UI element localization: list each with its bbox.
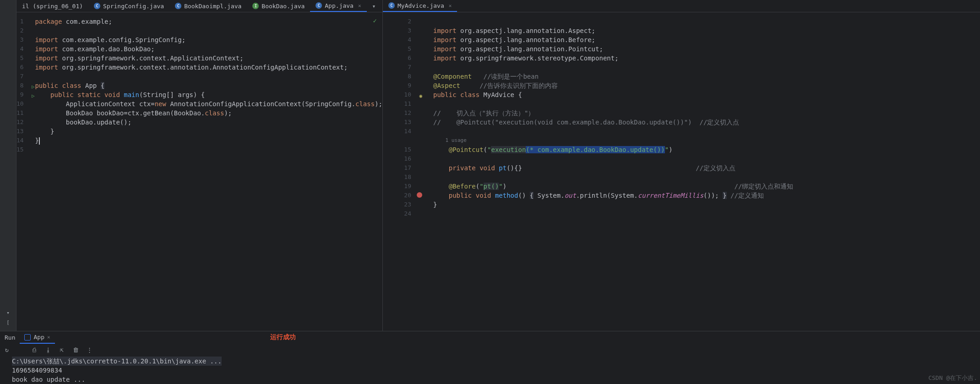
export-icon[interactable]: ⇱	[58, 346, 66, 353]
run-gutter-icon[interactable]: ▷	[32, 92, 35, 101]
line-number: 14	[383, 127, 415, 136]
console-output[interactable]: C:\Users\张喆\.jdks\corretto-11.0.20.1\bin…	[0, 356, 980, 384]
line-number: 4	[383, 35, 415, 44]
code-line[interactable]: @Pointcut("execution(* com.example.dao.B…	[433, 145, 980, 154]
run-toolbar: ↻ ⎙ ⭳ ⇱ 🗑 ⋮	[0, 344, 980, 356]
close-icon[interactable]: ✕	[358, 3, 361, 9]
code-line[interactable]	[433, 154, 980, 163]
line-number: 5	[16, 54, 27, 63]
close-icon[interactable]: ✕	[449, 3, 452, 9]
code-line[interactable]	[35, 72, 382, 81]
code-line[interactable]: import org.aspectj.lang.annotation.Aspec…	[433, 26, 980, 35]
line-number: 13	[16, 127, 27, 136]
code-line[interactable]: import org.springframework.stereotype.Co…	[433, 54, 980, 63]
tab-springconfig-java[interactable]: CSpringConfig.java	[88, 0, 169, 12]
code-line[interactable]: }	[35, 136, 382, 145]
code-line[interactable]: ApplicationContext ctx=new AnnotationCon…	[35, 99, 382, 108]
code-line[interactable]	[433, 209, 980, 218]
code-line[interactable]	[433, 99, 980, 108]
camera-icon[interactable]: ⎙	[30, 346, 38, 353]
app-icon	[24, 334, 31, 341]
tab-myadvice-java[interactable]: CMyAdvice.java✕	[383, 0, 457, 12]
more-icon[interactable]: ⋮	[85, 346, 93, 353]
code-line[interactable]: public class App {	[35, 81, 382, 90]
code-line[interactable]: BookDao bookDao=ctx.getBean(BookDao.clas…	[35, 108, 382, 118]
code-line[interactable]: import org.springframework.context.Appli…	[35, 54, 382, 63]
code-line[interactable]	[433, 63, 980, 72]
line-number: 5	[383, 44, 415, 54]
run-tabbar: Run App ✕ 运行成功	[0, 331, 980, 344]
trash-icon[interactable]: 🗑	[71, 346, 80, 353]
close-icon[interactable]: ✕	[47, 334, 50, 340]
code-line[interactable]: }	[433, 200, 980, 209]
error-gutter-icon[interactable]	[417, 192, 422, 198]
code-line[interactable]: private void pt(){} //定义切入点	[433, 163, 980, 173]
tab-app-java[interactable]: CApp.java✕	[310, 0, 366, 12]
line-number: 3	[383, 26, 415, 35]
line-number: 16	[383, 154, 415, 163]
line-number: 6	[16, 63, 27, 72]
left-gutter: 12345678▷9▷101112131415	[16, 12, 27, 331]
code-line[interactable]: // 切入点（"执行（方法）"）	[433, 108, 980, 118]
code-line[interactable]: @Aspect //告诉你去识别下面的内容	[433, 81, 980, 90]
tab-il-spring_06_01-[interactable]: il (spring_06_01)	[16, 0, 88, 12]
more-icon[interactable]: ⋮	[380, 3, 382, 10]
code-line[interactable]: @Before("pt()") //绑定切入点和通知	[433, 182, 980, 191]
code-line[interactable]: public void method() { System.out.printl…	[433, 191, 980, 200]
line-number: 2	[16, 26, 27, 35]
run-gutter-icon[interactable]: ▷	[32, 82, 35, 92]
code-line[interactable]: public class MyAdvice {	[433, 90, 980, 99]
right-code-area[interactable]: 2345678910◉111213141516171819202324 › im…	[383, 12, 980, 331]
line-number: 15	[383, 145, 415, 154]
run-annotation: 运行成功	[270, 333, 296, 341]
left-code-area[interactable]: ✓ 12345678▷9▷101112131415 package com.ex…	[16, 12, 382, 331]
code-line[interactable]: }	[35, 127, 382, 136]
run-panel-label[interactable]: Run	[0, 334, 20, 341]
left-tabbar: il (spring_06_01)CSpringConfig.javaCBook…	[16, 0, 382, 12]
tab-label: MyAdvice.java	[397, 2, 444, 9]
code-line[interactable]: // @Pointcut("execution(void com.example…	[433, 118, 980, 127]
right-code[interactable]: import org.aspectj.lang.annotation.Aspec…	[427, 12, 980, 331]
line-number: 15	[16, 145, 27, 154]
tab-bookdaoimpl-java[interactable]: CBookDaoimpl.java	[169, 0, 247, 12]
right-tabbar: CMyAdvice.java✕	[383, 0, 980, 12]
tab-label: SpringConfig.java	[103, 3, 164, 10]
code-line[interactable]: import org.aspectj.lang.annotation.Point…	[433, 44, 980, 54]
run-tab-app[interactable]: App ✕	[20, 331, 54, 344]
code-line[interactable]	[433, 127, 980, 136]
line-number: 13	[383, 118, 415, 127]
run-tab-label: App	[33, 334, 44, 341]
code-line[interactable]	[433, 173, 980, 182]
code-line[interactable]: import org.aspectj.lang.annotation.Befor…	[433, 35, 980, 44]
rerun-icon[interactable]: ↻	[3, 346, 11, 353]
line-number	[383, 136, 415, 145]
right-editor-pane: CMyAdvice.java✕ 2345678910◉1112131415161…	[383, 0, 980, 331]
line-number: 19	[383, 182, 415, 191]
watermark: CSDN @在下小吉.	[928, 374, 977, 382]
code-line[interactable]: import com.example.config.SpringConfig;	[35, 35, 382, 44]
class-icon: C	[316, 2, 322, 9]
code-line[interactable]: package com.example;	[35, 17, 382, 26]
code-line[interactable]	[35, 145, 382, 154]
code-line[interactable]: public static void main(String[] args) {	[35, 90, 382, 99]
code-line[interactable]: bookDao.update();	[35, 118, 382, 127]
line-number: 7	[16, 72, 27, 81]
chevron-down-icon[interactable]: ▾	[372, 3, 376, 10]
code-line[interactable]	[35, 26, 382, 35]
left-code[interactable]: package com.example;import com.example.c…	[28, 12, 382, 331]
line-number: 12	[16, 118, 27, 127]
download-icon[interactable]: ⭳	[44, 346, 52, 353]
line-number: 6	[383, 54, 415, 63]
tab-bookdao-java[interactable]: IBookDao.java	[247, 0, 310, 12]
code-line[interactable]	[433, 17, 980, 26]
aop-gutter-icon[interactable]: ◉	[419, 92, 422, 101]
code-line[interactable]: import com.example.dao.BookDao;	[35, 44, 382, 54]
code-line[interactable]: 1 usage	[433, 136, 980, 145]
line-number: 2	[383, 17, 415, 26]
code-line[interactable]: @Component //读到是一个bean	[433, 72, 980, 81]
code-line[interactable]: import org.springframework.context.annot…	[35, 63, 382, 72]
line-number: 8▷	[16, 81, 27, 90]
chevron-down-icon[interactable]: ▾	[6, 310, 10, 316]
bracket-icon[interactable]: [	[6, 319, 10, 325]
line-number: 10	[16, 99, 27, 108]
